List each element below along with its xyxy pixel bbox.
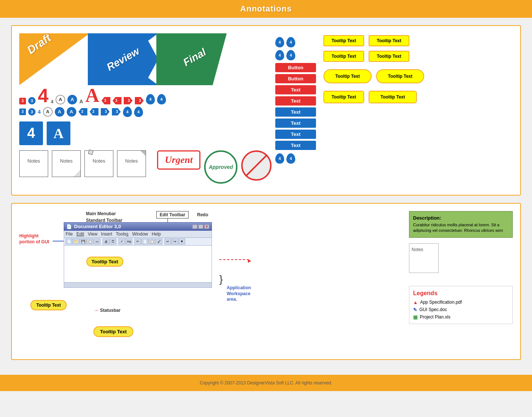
badge-blue-circle-3: 3 bbox=[28, 97, 36, 104]
note-fold-4 bbox=[140, 151, 146, 156]
bracket-workspace: } bbox=[219, 274, 223, 284]
tooltip-rect-2: Tooltip Text bbox=[369, 35, 409, 46]
drop-badge-4-4: 4 bbox=[134, 107, 143, 117]
approved-stamp: Approved bbox=[204, 150, 237, 184]
tooltip-in-editor: Tooltip Text bbox=[86, 257, 123, 267]
editor-icon: 📄 bbox=[66, 224, 72, 229]
tool-copy[interactable]: 📄 bbox=[142, 238, 148, 244]
tooltip-rect-1: Tooltip Text bbox=[323, 35, 364, 46]
tool-paste[interactable]: 📋 bbox=[149, 238, 155, 244]
note-item-2: Notes bbox=[52, 150, 81, 177]
legend-label-doc: GUI Spec.doc bbox=[419, 307, 447, 312]
blue-text-button-1[interactable]: Text bbox=[275, 107, 316, 117]
note-item-1: Notes bbox=[19, 150, 48, 177]
arrow-left-badge-1: 3 bbox=[102, 97, 110, 104]
page-title: Annotations bbox=[240, 4, 292, 14]
editor-maximize[interactable]: □ bbox=[198, 224, 203, 229]
legend-item-xls: ▦ Project Plan.xls bbox=[413, 314, 509, 320]
legend-label-pdf: App Specification.pdf bbox=[420, 300, 462, 305]
arrow-statusbar: → bbox=[93, 307, 99, 313]
badge-red-3-1: 3 bbox=[19, 98, 26, 104]
red-text-button-1[interactable]: Text bbox=[275, 85, 316, 94]
drop-top-2: 4 bbox=[286, 37, 295, 47]
drop-bot-1: 4 bbox=[275, 153, 284, 164]
drop-mid-2: 4 bbox=[286, 50, 295, 60]
menu-help[interactable]: Help bbox=[152, 231, 161, 237]
menu-tools[interactable]: Toolss bbox=[116, 231, 129, 237]
red-text-button-2[interactable]: Text bbox=[275, 96, 316, 106]
big-letter-A: A bbox=[85, 87, 99, 104]
note-label-2: Notes bbox=[52, 151, 80, 166]
legend-item-doc: ✎ GUI Spec.doc bbox=[413, 307, 509, 313]
arrow-left-badge-2: 3 bbox=[113, 97, 122, 104]
tool-cut[interactable]: ✂ bbox=[134, 238, 141, 244]
legend-label-xls: Project Plan.xls bbox=[420, 314, 450, 320]
notes-diagram-label: Notes bbox=[412, 247, 423, 252]
badge-blue-A-3: A bbox=[67, 107, 76, 117]
drop-bot-2: 4 bbox=[286, 153, 295, 164]
badge-blue-circle-3-2: 3 bbox=[28, 108, 36, 116]
legend-icon-doc: ✎ bbox=[413, 307, 417, 313]
note-item-3: Notes bbox=[84, 150, 113, 177]
banner-draft: Draft bbox=[19, 33, 90, 85]
arrow-right-badge-1: 3 bbox=[124, 97, 133, 104]
tool-undo[interactable]: ↩ bbox=[164, 238, 171, 244]
note-label-1: Notes bbox=[20, 151, 48, 166]
tool-saveas[interactable]: 📋 bbox=[87, 238, 93, 244]
badge-blue-A: A bbox=[67, 95, 77, 104]
header-bar: Annotations bbox=[0, 0, 532, 18]
tool-format[interactable]: 🖊 bbox=[156, 238, 162, 244]
tool-print2[interactable]: 🗒 bbox=[110, 238, 116, 244]
tool-open[interactable]: 📁 bbox=[73, 238, 79, 244]
label-statusbar: Statusbar bbox=[100, 308, 120, 313]
label-main-menubar: Main Menubar bbox=[86, 211, 116, 216]
tooltip-cloud-1: Tooltip Text bbox=[323, 69, 372, 83]
tool-new[interactable]: 📄 bbox=[66, 238, 72, 244]
label-redo: Redo bbox=[197, 212, 208, 217]
tooltip-cloud-2: Tooltip Text bbox=[376, 69, 424, 83]
banner-final: Final bbox=[156, 33, 227, 85]
tooltip-bottom: Tooltip Text bbox=[93, 326, 133, 337]
notes-box-diagram: Notes bbox=[409, 243, 439, 273]
arrow-right-badge-2: 3 bbox=[135, 97, 144, 104]
menu-view[interactable]: View bbox=[88, 231, 97, 237]
urgent-stamp: Urgent bbox=[157, 150, 200, 170]
blue-text-button-2[interactable]: Text bbox=[275, 119, 316, 128]
tooltip-speech-2: Tooltip Text bbox=[369, 91, 417, 103]
tool-thes[interactable]: Aa bbox=[126, 238, 132, 244]
no-sign bbox=[241, 150, 272, 181]
tool-more[interactable]: ▼ bbox=[179, 238, 185, 244]
tooltip-left: Tooltip Text bbox=[30, 300, 67, 310]
menu-insert[interactable]: Insert bbox=[101, 231, 112, 237]
description-box: Description: Curabitur ridiculus mollis … bbox=[409, 211, 513, 238]
drop-mid-1: 4 bbox=[275, 50, 284, 60]
no-sign-line bbox=[245, 154, 268, 177]
arrow-left-blue-1: 3 bbox=[79, 108, 87, 116]
tool-redo[interactable]: ↪ bbox=[172, 238, 178, 244]
arrow-right-blue-1: 3 bbox=[101, 108, 110, 116]
tooltip-rect-4: Tooltip Text bbox=[369, 51, 409, 62]
diagram-area: Main Menubar Standard Toolbar Edit Toolb… bbox=[11, 203, 521, 360]
label-highlight: Highlight portion of GUI bbox=[19, 233, 53, 245]
editor-close[interactable]: ✕ bbox=[204, 224, 209, 229]
red-button-1[interactable]: Button bbox=[275, 63, 316, 72]
tool-spell[interactable]: ✓ bbox=[119, 238, 125, 244]
tool-save[interactable]: 💾 bbox=[80, 238, 86, 244]
blue-text-button-3[interactable]: Text bbox=[275, 130, 316, 139]
drop-badge-4-2: 4 bbox=[157, 94, 166, 104]
tool-rect[interactable]: ▭ bbox=[94, 238, 100, 244]
description-title: Description: bbox=[413, 215, 509, 221]
badge-white-A: A bbox=[56, 95, 65, 104]
stamp-num-4: 4 bbox=[19, 121, 43, 145]
menu-edit[interactable]: Edit bbox=[76, 231, 84, 237]
legends-title: Legends bbox=[413, 290, 509, 297]
note-item-4: Notes bbox=[117, 150, 146, 177]
menu-window[interactable]: Window bbox=[132, 231, 148, 237]
arrow-left-blue-2: 3 bbox=[90, 108, 99, 116]
tool-print[interactable]: 🖨 bbox=[103, 238, 109, 244]
menu-file[interactable]: File bbox=[66, 231, 73, 237]
editor-minimize[interactable]: _ bbox=[192, 224, 197, 229]
red-button-2[interactable]: Button bbox=[275, 74, 316, 83]
main-content: Draft Review Final bbox=[0, 18, 532, 367]
blue-text-button-4[interactable]: Text bbox=[275, 141, 316, 150]
